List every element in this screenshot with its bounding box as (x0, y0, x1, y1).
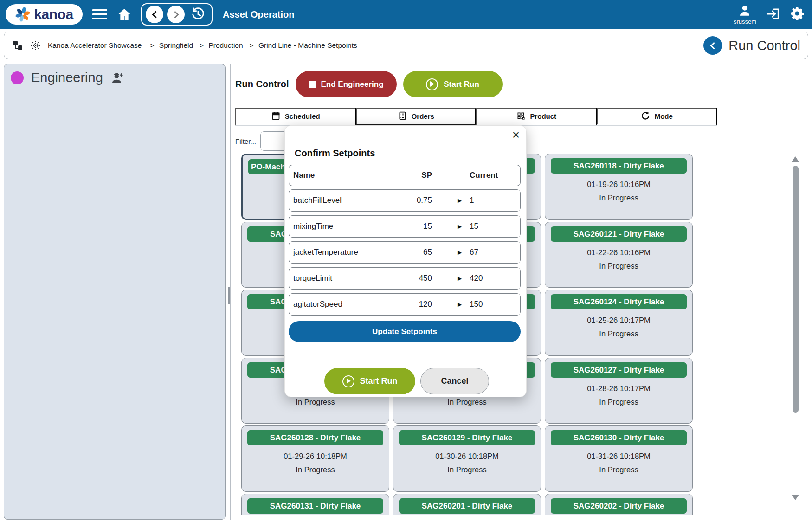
tab-product[interactable]: Product (476, 108, 597, 125)
order-card-title: SAG260129 - Dirty Flake (399, 430, 535, 445)
arrow-right-icon: ▶ (458, 223, 464, 230)
top-navbar: kanoa Asset Operation srussem (0, 0, 812, 29)
order-card-datetime: 01-19-26 10:16PM (587, 180, 651, 189)
order-card-status: In Progress (447, 465, 486, 474)
settings-gear-icon[interactable] (790, 6, 805, 21)
run-control-tabs: ScheduledOrdersProductMode (235, 108, 717, 126)
breadcrumb-bar: Kanoa Accelerator Showcase > Springfield… (4, 32, 808, 59)
setpoint-row[interactable]: mixingTime15▶15 (289, 215, 521, 238)
run-control-label: Run Control (235, 79, 289, 90)
order-card-title: SAG260202 - Dirty Flake (551, 498, 687, 514)
menu-icon[interactable] (91, 7, 109, 21)
order-card[interactable]: SAG260128 - Dirty Flake01-29-26 10:18PMI… (241, 425, 389, 492)
order-card-datetime: 01-25-26 10:17PM (587, 316, 651, 325)
scrollbar-thumb[interactable] (793, 166, 799, 413)
setpoint-sp-value: 65 (390, 248, 432, 257)
order-card[interactable]: SAG260124 - Dirty Flake01-25-26 10:17PMI… (545, 290, 693, 356)
kanoa-logo[interactable]: kanoa (6, 4, 83, 25)
cancel-button[interactable]: Cancel (420, 368, 489, 394)
order-card-title: SAG260130 - Dirty Flake (551, 430, 687, 445)
breadcrumb-separator: > (250, 41, 254, 49)
arrow-right-icon: ▶ (458, 249, 464, 256)
engineering-mode-row[interactable]: Engineering (11, 70, 219, 85)
close-icon[interactable]: × (512, 128, 520, 142)
stop-icon (309, 81, 316, 88)
order-card-datetime: 01-22-26 10:16PM (587, 248, 651, 257)
tab-mode[interactable]: Mode (597, 108, 717, 125)
breadcrumb-separator: > (150, 41, 154, 49)
panel-splitter[interactable] (227, 64, 231, 520)
setpoint-current-value: 1 (470, 196, 516, 205)
breadcrumb-item[interactable]: > Grind Line - Machine Setpoints (250, 41, 357, 49)
page-title: Asset Operation (223, 9, 294, 20)
breadcrumb-item[interactable]: > Production (200, 41, 243, 49)
history-icon[interactable] (188, 5, 208, 24)
asset-operation-screen: kanoa Asset Operation srussem (0, 0, 812, 522)
scroll-up-icon[interactable] (792, 156, 799, 162)
forward-icon[interactable] (167, 6, 185, 23)
setpoint-sp-value: 0.75 (390, 196, 432, 205)
username-label: srussem (734, 18, 756, 25)
splitter-handle-icon (228, 287, 230, 304)
modal-title: Confirm Setpoints (295, 148, 375, 159)
logout-icon[interactable] (766, 6, 780, 21)
user-menu[interactable]: srussem (734, 4, 756, 25)
setpoint-sp-value: 450 (390, 274, 432, 283)
order-card[interactable]: SAG260118 - Dirty Flake01-19-26 10:16PMI… (545, 154, 693, 220)
filter-label: Filter... (235, 137, 256, 145)
update-setpoints-button[interactable]: Update Setpoints (289, 321, 521, 342)
end-engineering-button[interactable]: End Engineering (296, 71, 397, 97)
setpoint-row[interactable]: batchFillLevel0.75▶1 (289, 189, 521, 212)
breadcrumb-item[interactable]: > Springfield (150, 41, 193, 49)
setpoint-current-value: 15 (470, 222, 516, 231)
kanoa-logo-icon (15, 6, 31, 22)
orders-list-icon (398, 111, 407, 122)
setpoint-name: mixingTime (293, 222, 390, 231)
panel-title: Run Control (728, 38, 800, 53)
back-icon[interactable] (146, 6, 163, 23)
breadcrumb-root[interactable]: Kanoa Accelerator Showcase (48, 41, 142, 50)
collapse-panel-icon[interactable] (703, 36, 722, 55)
order-card-status: In Progress (599, 329, 638, 338)
order-card[interactable]: SAG260130 - Dirty Flake01-31-26 10:18PMI… (545, 425, 693, 492)
run-control-header-row: Run Control End Engineering Start Run (235, 71, 503, 97)
setpoint-row[interactable]: jacketTemperature65▶67 (289, 241, 521, 264)
order-card[interactable]: SAG260202 - Dirty Flake02-03-26 10:18PMI… (545, 494, 693, 516)
order-card[interactable]: SAG260121 - Dirty Flake01-22-26 10:16PMI… (545, 222, 693, 288)
home-icon[interactable] (115, 5, 134, 24)
setpoint-sp-value: 15 (390, 222, 432, 231)
scroll-down-icon[interactable] (792, 495, 799, 500)
start-run-button[interactable]: Start Run (403, 71, 503, 97)
setpoint-row[interactable]: agitatorSpeed120▶150 (289, 293, 521, 316)
setpoint-row[interactable]: torqueLimit450▶420 (289, 267, 521, 290)
play-icon (342, 375, 354, 387)
modal-start-run-button[interactable]: Start Run (324, 368, 415, 394)
order-card-status: In Progress (447, 398, 486, 406)
order-card-title: SAG260201 - Dirty Flake (399, 498, 535, 514)
order-card[interactable]: SAG260129 - Dirty Flake01-30-26 10:18PMI… (393, 425, 541, 492)
asterisk-icon[interactable] (30, 40, 41, 51)
confirm-setpoints-modal: × Confirm Setpoints Name SP Current batc… (284, 125, 527, 397)
arrow-right-icon: ▶ (458, 197, 464, 204)
kanoa-logo-text: kanoa (34, 6, 73, 22)
setpoints-table-header: Name SP Current (289, 165, 521, 186)
order-card-title: SAG260128 - Dirty Flake (247, 430, 383, 445)
project-hierarchy-icon[interactable] (12, 39, 24, 52)
order-card[interactable]: SAG260201 - Dirty Flake02-02-26 10:18PMI… (393, 494, 541, 516)
setpoint-name: jacketTemperature (293, 248, 390, 257)
order-card[interactable]: SAG260127 - Dirty Flake01-28-26 10:17PMI… (545, 358, 693, 424)
order-card-title: SAG260118 - Dirty Flake (551, 158, 687, 174)
setpoint-current-value: 67 (470, 248, 516, 257)
order-card[interactable]: SAG260131 - Dirty Flake02-01-26 10:18PMI… (241, 494, 389, 516)
calendar-icon (271, 111, 281, 122)
tab-scheduled[interactable]: Scheduled (235, 108, 356, 125)
order-card-title: SAG260131 - Dirty Flake (247, 498, 383, 514)
order-card-status: In Progress (296, 398, 335, 406)
setpoint-sp-value: 120 (390, 300, 432, 309)
play-icon (426, 78, 438, 90)
order-card-datetime: 01-29-26 10:18PM (284, 452, 347, 461)
tab-orders[interactable]: Orders (356, 108, 477, 125)
breadcrumb-separator: > (200, 41, 204, 49)
history-nav-group (141, 3, 213, 26)
order-card-status: In Progress (599, 262, 638, 271)
